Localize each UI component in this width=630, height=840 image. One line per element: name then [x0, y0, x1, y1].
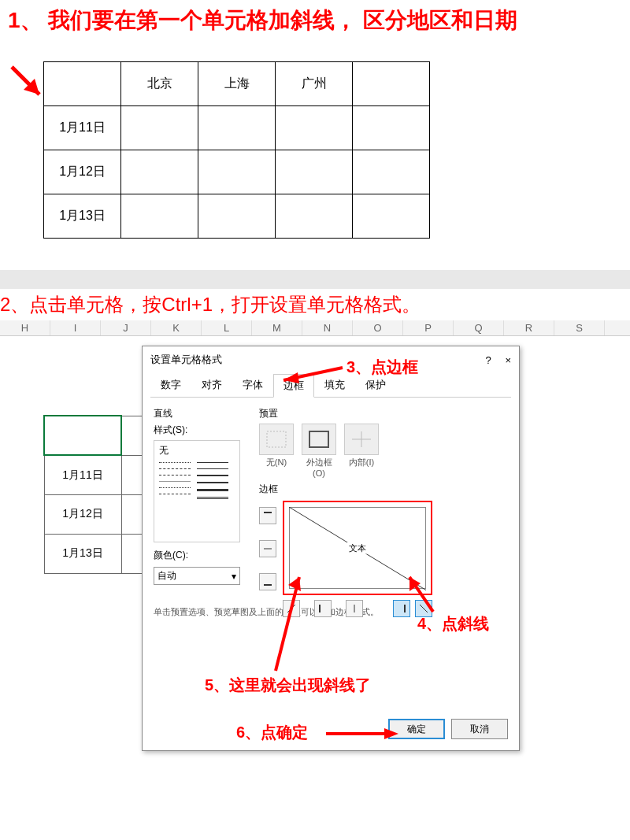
spreadsheet-column-headers: HIJKLMNOPQRS	[0, 320, 630, 336]
column-header[interactable]: Q	[454, 320, 504, 335]
table-cell	[121, 150, 198, 194]
example-table-1: 北京上海广州 1月11日1月12日1月13日	[43, 61, 430, 239]
line-style-option[interactable]	[197, 482, 228, 483]
preset-label: 预置	[259, 407, 508, 420]
column-header[interactable]: R	[504, 320, 554, 335]
dialog-title: 设置单元格格式	[150, 353, 222, 367]
svg-rect-3	[309, 431, 328, 447]
table-cell	[353, 106, 430, 150]
table-row-label: 1月11日	[44, 106, 121, 150]
anno3: 3、点边框	[346, 357, 418, 378]
table-row-label: 1月13日	[44, 194, 121, 239]
line-style-option[interactable]	[197, 462, 228, 463]
tab-数字[interactable]: 数字	[150, 373, 191, 397]
border-middle-h-button[interactable]	[259, 540, 276, 557]
table-header-cell: 广州	[276, 62, 353, 106]
table-cell	[276, 106, 353, 150]
svg-line-19	[276, 577, 299, 671]
line-style-option[interactable]	[159, 481, 191, 482]
tab-字体[interactable]: 字体	[232, 373, 273, 397]
tab-对齐[interactable]: 对齐	[191, 373, 232, 397]
arrow-icon	[402, 572, 449, 616]
table-header-cell	[44, 62, 121, 106]
svg-rect-2	[267, 431, 286, 447]
chevron-down-icon: ▾	[232, 571, 236, 582]
line-style-option[interactable]	[197, 475, 228, 476]
preview-text: 文本	[347, 542, 368, 554]
line-style-option[interactable]	[159, 487, 191, 488]
table-row-label: 1月12日	[44, 150, 121, 194]
step2-text: 2、点击单元格，按Ctrl+1，打开设置单元格格式。	[0, 289, 630, 320]
table-cell	[198, 106, 276, 150]
line-style-option[interactable]	[197, 468, 228, 469]
color-dropdown[interactable]: 自动 ▾	[154, 567, 240, 585]
style-list[interactable]: 无	[154, 440, 240, 542]
table-header-cell	[353, 62, 430, 106]
anno4: 4、点斜线	[417, 613, 489, 635]
table-cell	[198, 150, 276, 194]
cancel-button[interactable]: 取消	[451, 719, 508, 739]
border-top-button[interactable]	[259, 507, 276, 524]
preset-outer-button[interactable]	[302, 424, 336, 455]
line-style-option[interactable]	[159, 494, 191, 494]
arrow-icon	[276, 363, 346, 387]
table-cell	[121, 106, 198, 150]
style-none[interactable]: 无	[159, 444, 235, 457]
line-style-option[interactable]	[159, 468, 191, 469]
svg-marker-20	[288, 577, 301, 591]
color-value: 自动	[158, 569, 176, 583]
table-cell	[353, 150, 430, 194]
column-header[interactable]: P	[403, 320, 454, 335]
anno5: 5、这里就会出现斜线了	[205, 675, 371, 696]
column-header[interactable]: K	[151, 320, 202, 335]
table-cell	[353, 194, 430, 239]
preset-none-label: 无(N)	[259, 457, 294, 478]
table-header-cell: 北京	[121, 62, 198, 106]
help-icon[interactable]: ?	[486, 354, 491, 366]
line-style-option[interactable]	[159, 475, 191, 476]
table-cell	[121, 194, 198, 239]
line-style-option[interactable]	[197, 489, 228, 491]
line-style-option[interactable]	[197, 497, 228, 499]
color-label: 颜色(C):	[154, 549, 248, 562]
border-label: 边框	[259, 483, 508, 496]
column-header[interactable]: J	[101, 320, 151, 335]
close-icon[interactable]: ×	[505, 354, 511, 366]
anno6: 6、点确定	[236, 722, 308, 743]
preset-none-button[interactable]	[259, 424, 294, 455]
table-cell	[276, 150, 353, 194]
line-section-label: 直线	[154, 407, 248, 420]
border-left-button[interactable]	[314, 600, 332, 617]
column-header[interactable]: I	[50, 320, 101, 335]
table-cell	[198, 194, 276, 239]
column-header[interactable]: L	[202, 320, 252, 335]
column-header[interactable]: N	[302, 320, 353, 335]
column-header[interactable]: S	[554, 320, 605, 335]
svg-marker-16	[284, 372, 299, 383]
table-header-cell: 上海	[198, 62, 276, 106]
step1-text: 1、 我们要在第一个单元格加斜线， 区分地区和日期	[0, 0, 630, 38]
table-row-label: 1月11日	[44, 455, 121, 494]
preset-outer-label: 外边框(O)	[302, 457, 336, 478]
style-label: 样式(S):	[154, 424, 248, 437]
border-middle-v-button[interactable]	[346, 600, 363, 617]
arrow-icon	[323, 725, 402, 742]
column-header[interactable]: O	[353, 320, 403, 335]
line-style-option[interactable]	[159, 462, 191, 463]
column-header[interactable]: H	[0, 320, 50, 335]
svg-marker-22	[384, 728, 398, 739]
arrow-icon	[260, 572, 307, 675]
preset-inner-label: 内部(I)	[344, 457, 379, 478]
table-row-label: 1月13日	[44, 534, 121, 573]
table-cell	[276, 194, 353, 239]
table-row-label: 1月12日	[44, 494, 121, 534]
gray-band	[0, 270, 630, 289]
preset-inner-button[interactable]	[344, 424, 379, 455]
arrow-icon	[8, 63, 47, 102]
column-header[interactable]: M	[252, 320, 302, 335]
